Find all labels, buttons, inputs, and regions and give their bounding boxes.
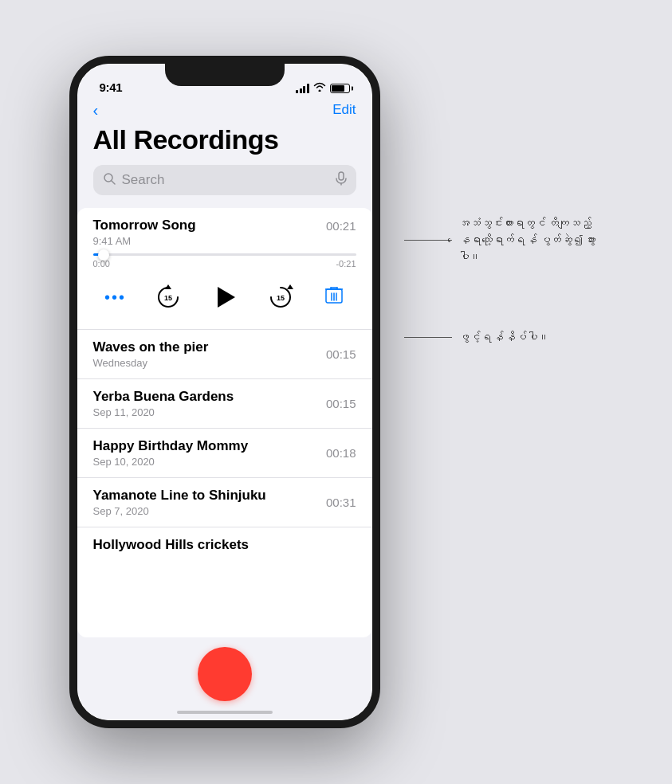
more-options-button[interactable]: ••• <box>101 283 130 312</box>
search-bar[interactable]: Search <box>93 165 356 195</box>
annotation-2: ဖွင့်ရန်နိပ်ပါ။ <box>404 329 603 346</box>
progress-thumb[interactable] <box>98 249 109 261</box>
play-icon <box>218 287 235 308</box>
recording-title: Waves on the pier <box>93 339 209 355</box>
trash-icon <box>325 285 343 309</box>
bottom-bar <box>77 637 372 720</box>
search-icon <box>103 172 116 188</box>
recording-title: Hollywood Hills crickets <box>93 537 250 553</box>
home-indicator <box>177 711 273 714</box>
svg-line-1 <box>112 181 115 184</box>
phone-frame: 9:41 <box>69 56 380 728</box>
progress-track[interactable] <box>93 253 356 256</box>
recordings-list: Tomorrow Song 00:21 9:41 AM 0:00 <box>77 208 372 637</box>
content-area: ‹ Edit All Recordings Search <box>77 99 372 720</box>
recording-date: Sep 7, 2020 <box>93 505 266 517</box>
back-chevron-icon: ‹ <box>93 102 99 118</box>
active-recording-time: 9:41 AM <box>93 235 356 247</box>
recording-date: Wednesday <box>93 357 209 369</box>
more-dots-icon: ••• <box>104 288 126 307</box>
annotation-panel: အသံသွင်းထားရာတွင် တိကျသည့်နေရာသို့ရောက်ရ… <box>404 56 603 346</box>
mic-icon[interactable] <box>336 171 347 189</box>
page-title: All Recordings <box>77 124 372 165</box>
list-item[interactable]: Hollywood Hills crickets <box>77 527 372 563</box>
recording-duration: 00:15 <box>326 397 356 410</box>
record-button[interactable] <box>198 647 252 701</box>
svg-marker-6 <box>287 284 293 289</box>
list-item[interactable]: Happy Birthday Mommy Sep 10, 2020 00:18 <box>77 429 372 478</box>
nav-bar: ‹ Edit <box>77 99 372 124</box>
recording-duration: 00:18 <box>326 446 356 460</box>
notch <box>165 64 285 86</box>
annotation-1: အသံသွင်းထားရာတွင် တိကျသည့်နေရာသို့ရောက်ရ… <box>404 215 603 265</box>
wifi-icon <box>313 82 326 94</box>
status-time: 9:41 <box>100 80 123 94</box>
svg-marker-4 <box>165 284 171 289</box>
active-recording-duration: 00:21 <box>326 219 356 233</box>
connector-line-1 <box>404 240 452 241</box>
delete-button[interactable] <box>320 283 348 312</box>
ffwd-button[interactable]: 15 <box>266 283 295 312</box>
time-start: 0:00 <box>93 259 110 269</box>
play-button[interactable] <box>207 280 242 315</box>
playback-controls: ••• 15 <box>93 272 356 319</box>
recording-date: Sep 11, 2020 <box>93 406 234 418</box>
recording-title: Yerba Buena Gardens <box>93 389 234 405</box>
list-item[interactable]: Waves on the pier Wednesday 00:15 <box>77 330 372 379</box>
svg-text:15: 15 <box>277 294 285 302</box>
progress-container[interactable]: 0:00 -0:21 <box>93 253 356 269</box>
recording-date: Sep 10, 2020 <box>93 456 249 468</box>
search-placeholder: Search <box>122 172 329 188</box>
annotation-text-2: ဖွင့်ရန်နိပ်ပါ။ <box>458 329 549 346</box>
back-button[interactable]: ‹ <box>93 103 99 118</box>
list-item[interactable]: Yerba Buena Gardens Sep 11, 2020 00:15 <box>77 379 372 429</box>
annotation-text-1: အသံသွင်းထားရာတွင် တိကျသည့်နေရာသို့ရောက်ရ… <box>458 215 603 265</box>
status-icons <box>296 82 350 94</box>
recording-title: Yamanote Line to Shinjuku <box>93 488 266 504</box>
active-recording-item[interactable]: Tomorrow Song 00:21 9:41 AM 0:00 <box>77 208 372 330</box>
connector-line-2 <box>404 337 452 338</box>
active-recording-title: Tomorrow Song <box>93 218 196 233</box>
recording-duration: 00:31 <box>326 496 356 509</box>
rewind-button[interactable]: 15 <box>154 283 183 312</box>
recording-title: Happy Birthday Mommy <box>93 438 249 454</box>
edit-button[interactable]: Edit <box>332 102 356 118</box>
svg-text:15: 15 <box>164 294 172 302</box>
signal-icon <box>296 84 309 93</box>
list-item[interactable]: Yamanote Line to Shinjuku Sep 7, 2020 00… <box>77 478 372 527</box>
time-end: -0:21 <box>336 259 356 269</box>
recording-duration: 00:15 <box>326 347 356 361</box>
phone-screen: 9:41 <box>77 64 372 720</box>
battery-icon <box>330 84 350 93</box>
svg-rect-2 <box>339 172 344 180</box>
time-labels: 0:00 -0:21 <box>93 259 356 269</box>
